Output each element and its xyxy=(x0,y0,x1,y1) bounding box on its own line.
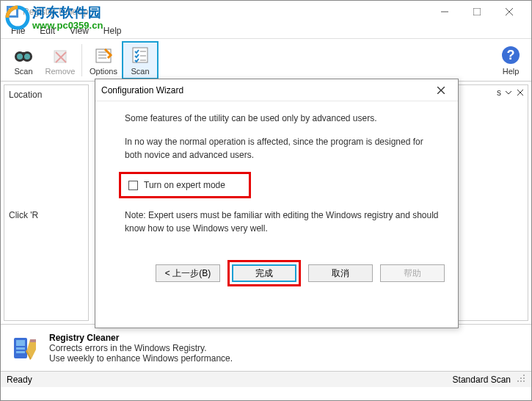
chevron-down-icon[interactable] xyxy=(506,87,511,98)
resize-grip-icon[interactable] xyxy=(517,374,525,385)
binoculars-icon xyxy=(13,45,34,65)
svg-text:?: ? xyxy=(507,48,515,62)
close-button[interactable] xyxy=(493,1,525,22)
app-icon xyxy=(7,6,18,18)
scan2-label: Scan xyxy=(131,67,149,76)
dialog-paragraph-1: Some features of the utility can be used… xyxy=(125,112,440,125)
checkbox-icon[interactable] xyxy=(128,181,138,190)
help-button[interactable]: ? Help xyxy=(495,41,527,79)
maximize-button[interactable] xyxy=(461,1,493,22)
svg-point-34 xyxy=(523,377,525,379)
info-line1: Corrects errors in the Windows Registry. xyxy=(49,343,233,353)
location-header: Location xyxy=(9,90,84,122)
svg-rect-30 xyxy=(16,351,25,353)
dialog-button-row: < 上一步(B) 完成 取消 帮助 xyxy=(95,253,458,294)
checklist-icon xyxy=(130,45,150,65)
dialog-paragraph-2: In no way the normal operation is affect… xyxy=(125,135,440,162)
menu-view[interactable]: View xyxy=(62,24,96,37)
svg-rect-3 xyxy=(473,8,481,15)
configuration-wizard-dialog: Configuration Wizard Some features of th… xyxy=(95,79,459,328)
panel-dropdown-label[interactable]: s xyxy=(497,87,501,98)
help-dialog-button[interactable]: 帮助 xyxy=(380,264,445,282)
dialog-close-button[interactable] xyxy=(430,79,452,101)
svg-rect-1 xyxy=(9,8,16,15)
remove-button[interactable]: Remove xyxy=(42,41,79,79)
svg-point-35 xyxy=(517,380,519,382)
scan-button[interactable]: Scan xyxy=(5,41,42,79)
status-right: Standard Scan xyxy=(453,375,511,385)
finish-highlight: 完成 xyxy=(227,260,301,286)
svg-rect-28 xyxy=(16,340,25,346)
info-line2: Use weekly to enhance Windows performanc… xyxy=(49,353,233,364)
statusbar: Ready Standard Scan xyxy=(1,371,531,387)
remove-icon xyxy=(50,45,70,65)
svg-point-37 xyxy=(523,375,525,376)
dialog-body: Some features of the utility can be used… xyxy=(95,101,458,253)
cancel-button[interactable]: 取消 xyxy=(308,264,373,282)
svg-point-8 xyxy=(17,54,23,59)
scan-label: Scan xyxy=(14,67,32,76)
menu-edit[interactable]: Edit xyxy=(32,24,62,37)
svg-rect-10 xyxy=(22,52,25,55)
help-icon: ? xyxy=(500,45,521,65)
scan-options-button[interactable]: Scan xyxy=(122,41,158,79)
info-text: Registry Cleaner Corrects errors in the … xyxy=(49,333,233,364)
toolbar-separator xyxy=(81,44,82,76)
window-title: Registry TuneUp xyxy=(23,7,429,17)
svg-point-36 xyxy=(520,377,522,379)
minimize-button[interactable] xyxy=(429,1,461,22)
svg-rect-29 xyxy=(16,347,25,350)
toolbar: Scan Remove Options Scan ? Help xyxy=(1,39,531,82)
expert-mode-checkbox-row[interactable]: Turn on expert mode xyxy=(119,172,251,198)
dialog-title: Configuration Wizard xyxy=(101,85,430,95)
back-button[interactable]: < 上一步(B) xyxy=(156,264,220,282)
info-title: Registry Cleaner xyxy=(49,333,233,343)
menu-help[interactable]: Help xyxy=(96,24,129,37)
options-label: Options xyxy=(90,67,117,76)
click-hint: Click 'R xyxy=(9,210,84,220)
registry-cleaner-icon xyxy=(11,333,40,363)
dialog-titlebar: Configuration Wizard xyxy=(95,79,458,101)
close-panel-icon[interactable] xyxy=(517,87,523,98)
window-titlebar: Registry TuneUp xyxy=(1,1,531,23)
location-panel: Location Click 'R xyxy=(4,84,89,321)
menu-file[interactable]: File xyxy=(4,24,32,37)
options-icon xyxy=(93,45,114,65)
remove-label: Remove xyxy=(45,67,76,76)
expert-mode-label: Turn on expert mode xyxy=(144,180,225,190)
info-panel: Registry Cleaner Corrects errors in the … xyxy=(1,324,531,371)
finish-button[interactable]: 完成 xyxy=(232,264,296,282)
svg-point-9 xyxy=(24,54,30,59)
svg-point-33 xyxy=(520,380,522,382)
menubar: File Edit View Help xyxy=(1,23,531,39)
options-button[interactable]: Options xyxy=(85,41,122,79)
svg-rect-31 xyxy=(30,339,36,342)
svg-point-32 xyxy=(523,380,525,382)
help-label: Help xyxy=(503,67,520,76)
status-left: Ready xyxy=(7,375,453,385)
dialog-note: Note: Expert users must be familiar with… xyxy=(125,209,440,235)
